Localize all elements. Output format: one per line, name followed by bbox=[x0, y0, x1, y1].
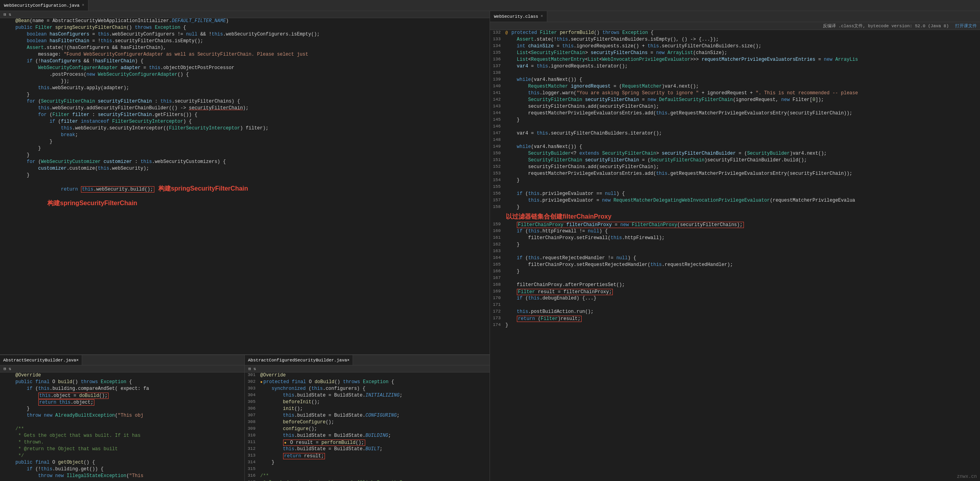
code-line: 305 beforeInit(); bbox=[245, 399, 490, 406]
doBuild-highlight-line: this.object = doBuild(); bbox=[0, 393, 244, 399]
code-line: this.webSecurity.securityInterceptor((Fi… bbox=[0, 125, 490, 132]
code-line: 168 filterChainProxy.afterPropertiesSet(… bbox=[490, 282, 980, 289]
websecurity-config-editor: ⊞ ⇅ @Bean(name = AbstractSecurityWebAppl… bbox=[0, 11, 490, 355]
code-line: 157 this.privilegeEvaluator = new Reques… bbox=[490, 198, 980, 204]
code-line: 315 bbox=[245, 466, 490, 473]
code-line: } bbox=[0, 406, 244, 413]
return-result-highlight: 313 return result; bbox=[245, 453, 490, 460]
return-filter-highlight: 173 return (Filter)result; bbox=[490, 316, 980, 322]
bottom-split-panel: AbstractSecurityBuilder.java × ⊞ ⇅ @Over… bbox=[0, 355, 490, 481]
code-line: for (Filter filter : securityFilterChain… bbox=[0, 112, 490, 119]
code-line: 151 SecurityFilterChain securityFilterCh… bbox=[490, 157, 980, 164]
code-line: this.webSecurity.apply(adapter); bbox=[0, 85, 490, 92]
annotation-filterchainproxy-label: 以过滤器链集合创建filterChainProxy bbox=[490, 211, 980, 222]
tab-abstract-security-builder[interactable]: AbstractSecurityBuilder.java × bbox=[0, 355, 82, 365]
code-line: customizer.customize(this.webSecurity); bbox=[0, 166, 490, 172]
close-icon[interactable]: × bbox=[541, 14, 543, 19]
bottom-right-toolbar: ⊞ ⇅ bbox=[245, 365, 490, 372]
toolbar-icon-2[interactable]: ⇅ bbox=[9, 12, 11, 17]
abstract-configured-tabbar: AbstractConfiguredSecurityBuilder.java × bbox=[245, 355, 490, 365]
tab-close-icon[interactable]: × bbox=[82, 3, 84, 7]
code-line: 135 List<SecurityFilterChain> securityFi… bbox=[490, 50, 980, 57]
code-line: 174 } bbox=[490, 322, 980, 329]
websecurity-class-code[interactable]: 132 @ protected Filter performBuild() th… bbox=[490, 30, 980, 481]
left-top-code[interactable]: @Bean(name = AbstractSecurityWebApplicat… bbox=[0, 18, 490, 208]
code-line: 141 this.logger.warn("You are asking Spr… bbox=[490, 90, 980, 97]
open-source-btn[interactable]: 打开课文件 bbox=[955, 23, 977, 29]
code-line: boolean hasFilterChain = !this.securityF… bbox=[0, 38, 490, 45]
toolbar-icon2[interactable]: ⇅ bbox=[9, 366, 11, 371]
tab-label: WebSecurity.class bbox=[494, 14, 538, 19]
close-icon[interactable]: × bbox=[76, 358, 79, 363]
code-line: 147 var4 = this.securityFilterChainBuild… bbox=[490, 131, 980, 137]
code-line: @Override bbox=[0, 372, 244, 379]
translate-label: 反编译 .class文件, bytecode version: 52.0 (Ja… bbox=[823, 23, 949, 29]
code-line: message: "Found WebSecurityConfigurerAda… bbox=[0, 52, 490, 58]
code-line: 316 /** bbox=[245, 473, 490, 480]
code-line: 138 bbox=[490, 70, 980, 77]
code-line: 139 while(var4.hasNext()) { bbox=[490, 77, 980, 84]
code-line: public final O build() throws Exception … bbox=[0, 379, 244, 386]
code-line: 149 while(var4.hasNext()) { bbox=[490, 144, 980, 151]
code-line: 160 if (this.httpFirewall != null) { bbox=[490, 228, 980, 235]
code-line: if (filter instanceof FilterSecurityInte… bbox=[0, 119, 490, 125]
code-line: 304 this.buildState = BuildState.INITIAL… bbox=[245, 393, 490, 399]
code-line: 155 bbox=[490, 184, 980, 191]
left-panel: ⊞ ⇅ @Bean(name = AbstractSecurityWebAppl… bbox=[0, 11, 490, 481]
code-line bbox=[0, 419, 244, 426]
code-line: 153 requestMatcherPrivilegeEvaluatorsEnt… bbox=[490, 171, 980, 178]
code-line: 161 filterChainProxy.setFirewall(this.ht… bbox=[490, 235, 980, 242]
code-line: .postProcess(new WebSecurityConfigurerAd… bbox=[0, 72, 490, 79]
code-line: 140 RequestMatcher ignoredRequest = (Req… bbox=[490, 84, 980, 90]
filterchainproxy-highlight: 159 FilterChainProxy filterChainProxy = … bbox=[490, 222, 980, 228]
return-line: return this.webSecurity.build();构建spring… bbox=[0, 179, 490, 198]
annotation-filter-chain-label: 构建springSecurityFilterChain bbox=[0, 198, 490, 208]
code-line: 167 bbox=[490, 275, 980, 282]
toolbar-icon-1[interactable]: ⊞ bbox=[4, 12, 6, 17]
code-line: * @return the Object that was built bbox=[0, 446, 244, 453]
left-top-toolbar: ⊞ ⇅ bbox=[0, 11, 490, 18]
code-line: @Bean(name = AbstractSecurityWebApplicat… bbox=[0, 18, 490, 25]
code-line: throw new IllegalStateException("This bbox=[0, 473, 244, 480]
code-line: public final O getObject() { bbox=[0, 460, 244, 466]
code-line: 171 bbox=[490, 302, 980, 309]
top-tab-bar: WebSecurityConfiguration.java × bbox=[0, 0, 980, 11]
code-line: 308 beforeConfigure(); bbox=[245, 419, 490, 426]
code-line: public Filter springSecurityFilterChain(… bbox=[0, 25, 490, 32]
code-line: throw new AlreadyBuiltException("This ob… bbox=[0, 413, 244, 419]
code-line: 163 bbox=[490, 249, 980, 255]
code-line: 312 this.buildState = BuildState.BUILT; bbox=[245, 446, 490, 453]
code-line: 132 @ protected Filter performBuild() th… bbox=[490, 30, 980, 37]
code-line: } bbox=[0, 172, 490, 179]
toolbar-icon[interactable]: ⊞ bbox=[248, 366, 251, 371]
protected-final-line: 302 ●protected final O doBuild() throws … bbox=[245, 379, 490, 386]
code-line: 301 @Override bbox=[245, 372, 490, 379]
code-line: 134 int chainSize = this.ignoredRequests… bbox=[490, 43, 980, 50]
close-icon[interactable]: × bbox=[347, 358, 350, 363]
toolbar-icon[interactable]: ⊞ bbox=[4, 366, 6, 371]
code-line: 150 SecurityBuilder<? extends SecurityFi… bbox=[490, 151, 980, 157]
code-line: 165 filterChainProxy.setRequestRejectedH… bbox=[490, 262, 980, 269]
tab-abstract-configured[interactable]: AbstractConfiguredSecurityBuilder.java × bbox=[245, 355, 353, 365]
abstract-configured-code[interactable]: 301 @Override 302 ●protected final O doB… bbox=[245, 372, 490, 481]
code-line: 170 if (this.debugEnabled) {...} bbox=[490, 296, 980, 302]
code-line: 162 } bbox=[490, 242, 980, 249]
tab-label: AbstractSecurityBuilder.java bbox=[3, 358, 76, 363]
code-line: */ bbox=[0, 453, 244, 460]
code-line: } bbox=[0, 92, 490, 99]
code-line: boolean hasConfigurers = this.webSecurit… bbox=[0, 32, 490, 38]
code-line: for (SecurityFilterChain securityFilterC… bbox=[0, 99, 490, 105]
abstract-security-builder-code[interactable]: @Override public final O build() throws … bbox=[0, 372, 244, 481]
code-line: } bbox=[0, 139, 490, 146]
code-line: 148 bbox=[490, 137, 980, 144]
code-line: 142 SecurityFilterChain securityFilterCh… bbox=[490, 97, 980, 104]
tab-websecurity-class[interactable]: WebSecurity.class × bbox=[490, 11, 547, 22]
toolbar-icon2[interactable]: ⇅ bbox=[253, 366, 256, 371]
code-line: 137 var4 = this.ignoredRequests.iterator… bbox=[490, 64, 980, 70]
abstract-security-builder-panel: AbstractSecurityBuilder.java × ⊞ ⇅ @Over… bbox=[0, 355, 245, 481]
code-line: 306 init(); bbox=[245, 406, 490, 413]
abstract-configured-security-builder-panel: AbstractConfiguredSecurityBuilder.java ×… bbox=[245, 355, 490, 481]
code-line: if (!hasConfigurers && !hasFilterChain) … bbox=[0, 58, 490, 65]
filter-result-highlight: 169 Filter result = filterChainProxy; bbox=[490, 289, 980, 296]
tab-websecurity-config[interactable]: WebSecurityConfiguration.java × bbox=[0, 0, 88, 11]
